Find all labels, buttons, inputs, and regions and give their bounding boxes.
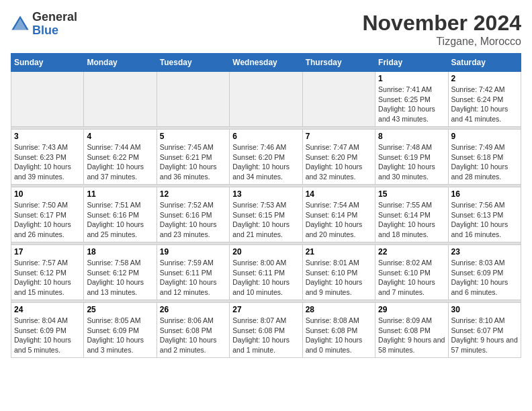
sunset-text: Sunset: 6:14 PM <box>306 210 372 220</box>
sunset-text: Sunset: 6:08 PM <box>306 326 372 336</box>
day-number: 17 <box>14 247 81 257</box>
day-info: Sunrise: 8:02 AMSunset: 6:10 PMDaylight:… <box>378 258 445 298</box>
day-info: Sunrise: 7:49 AMSunset: 6:18 PMDaylight:… <box>451 142 518 182</box>
sunset-text: Sunset: 6:12 PM <box>14 268 81 278</box>
sunset-text: Sunset: 6:17 PM <box>14 210 81 220</box>
month-title: November 2024 <box>362 11 521 36</box>
calendar-cell-5-1: 24Sunrise: 8:04 AMSunset: 6:09 PMDayligh… <box>11 303 84 358</box>
day-number: 26 <box>160 305 226 314</box>
header: General Blue November 2024 Tizgane, Moro… <box>11 11 521 48</box>
day-number: 14 <box>306 189 372 199</box>
header-friday: Friday <box>375 54 448 72</box>
sunset-text: Sunset: 6:08 PM <box>378 326 445 336</box>
daylight-text: Daylight: 10 hours and 23 minutes. <box>160 220 226 239</box>
day-number: 15 <box>378 189 445 199</box>
calendar-cell-4-2: 18Sunrise: 7:58 AMSunset: 6:12 PMDayligh… <box>84 245 157 300</box>
sunset-text: Sunset: 6:24 PM <box>451 95 518 105</box>
daylight-text: Daylight: 10 hours and 7 minutes. <box>378 277 445 297</box>
day-info: Sunrise: 8:06 AMSunset: 6:08 PMDaylight:… <box>160 316 226 355</box>
header-monday: Monday <box>84 54 157 72</box>
calendar-cell-1-1 <box>11 72 84 127</box>
day-number: 18 <box>87 247 153 257</box>
daylight-text: Daylight: 10 hours and 13 minutes. <box>87 277 153 297</box>
day-number: 4 <box>87 132 153 141</box>
calendar-cell-1-3 <box>157 72 229 127</box>
sunset-text: Sunset: 6:13 PM <box>451 210 518 220</box>
sunset-text: Sunset: 6:07 PM <box>451 326 518 336</box>
week-row-4: 17Sunrise: 7:57 AMSunset: 6:12 PMDayligh… <box>11 245 521 300</box>
sunrise-text: Sunrise: 7:56 AM <box>451 200 518 210</box>
sunrise-text: Sunrise: 7:48 AM <box>378 142 445 152</box>
calendar-cell-5-3: 26Sunrise: 8:06 AMSunset: 6:08 PMDayligh… <box>157 303 229 358</box>
day-number: 10 <box>14 189 81 199</box>
day-info: Sunrise: 7:42 AMSunset: 6:24 PMDaylight:… <box>451 85 518 124</box>
day-number: 20 <box>232 247 299 257</box>
week-row-3: 10Sunrise: 7:50 AMSunset: 6:17 PMDayligh… <box>11 187 521 242</box>
calendar-cell-2-2: 4Sunrise: 7:44 AMSunset: 6:22 PMDaylight… <box>84 130 157 185</box>
day-number: 28 <box>306 305 372 314</box>
calendar-cell-5-7: 30Sunrise: 8:10 AMSunset: 6:07 PMDayligh… <box>448 303 521 358</box>
day-info: Sunrise: 7:54 AMSunset: 6:14 PMDaylight:… <box>306 200 372 240</box>
day-number: 21 <box>306 247 372 257</box>
logo[interactable]: General Blue <box>11 11 77 38</box>
sunrise-text: Sunrise: 8:06 AM <box>160 316 226 326</box>
day-number: 8 <box>378 132 445 141</box>
sunset-text: Sunset: 6:22 PM <box>87 152 153 163</box>
sunrise-text: Sunrise: 8:00 AM <box>232 258 299 268</box>
daylight-text: Daylight: 10 hours and 16 minutes. <box>451 220 518 239</box>
sunset-text: Sunset: 6:08 PM <box>160 326 226 336</box>
daylight-text: Daylight: 10 hours and 34 minutes. <box>232 162 299 181</box>
sunrise-text: Sunrise: 8:03 AM <box>451 258 518 268</box>
week-row-5: 24Sunrise: 8:04 AMSunset: 6:09 PMDayligh… <box>11 303 521 358</box>
daylight-text: Daylight: 10 hours and 28 minutes. <box>451 162 518 181</box>
calendar-cell-5-2: 25Sunrise: 8:05 AMSunset: 6:09 PMDayligh… <box>84 303 157 358</box>
day-info: Sunrise: 7:53 AMSunset: 6:15 PMDaylight:… <box>232 200 299 240</box>
day-info: Sunrise: 7:59 AMSunset: 6:11 PMDaylight:… <box>160 258 226 298</box>
day-info: Sunrise: 8:01 AMSunset: 6:10 PMDaylight:… <box>306 258 372 298</box>
header-tuesday: Tuesday <box>157 54 229 72</box>
sunset-text: Sunset: 6:20 PM <box>232 152 299 163</box>
calendar-cell-3-6: 15Sunrise: 7:55 AMSunset: 6:14 PMDayligh… <box>375 187 448 242</box>
daylight-text: Daylight: 10 hours and 0 minutes. <box>306 335 372 355</box>
day-number: 24 <box>14 305 81 314</box>
daylight-text: Daylight: 10 hours and 41 minutes. <box>451 104 518 124</box>
calendar-cell-1-2 <box>84 72 157 127</box>
daylight-text: Daylight: 10 hours and 2 minutes. <box>160 335 226 355</box>
calendar-cell-5-6: 29Sunrise: 8:09 AMSunset: 6:08 PMDayligh… <box>375 303 448 358</box>
logo-icon <box>11 15 30 34</box>
daylight-text: Daylight: 10 hours and 1 minute. <box>232 335 299 355</box>
day-info: Sunrise: 7:41 AMSunset: 6:25 PMDaylight:… <box>378 85 445 124</box>
sunset-text: Sunset: 6:10 PM <box>378 268 445 278</box>
weekday-header-row: Sunday Monday Tuesday Wednesday Thursday… <box>11 54 521 72</box>
sunrise-text: Sunrise: 7:50 AM <box>14 200 81 210</box>
daylight-text: Daylight: 10 hours and 9 minutes. <box>306 277 372 297</box>
sunset-text: Sunset: 6:23 PM <box>14 152 81 163</box>
sunrise-text: Sunrise: 7:42 AM <box>451 85 518 95</box>
day-info: Sunrise: 8:05 AMSunset: 6:09 PMDaylight:… <box>87 316 153 355</box>
calendar-cell-2-4: 6Sunrise: 7:46 AMSunset: 6:20 PMDaylight… <box>230 130 302 185</box>
day-info: Sunrise: 7:56 AMSunset: 6:13 PMDaylight:… <box>451 200 518 240</box>
daylight-text: Daylight: 10 hours and 5 minutes. <box>14 335 81 355</box>
sunrise-text: Sunrise: 8:07 AM <box>232 316 299 326</box>
daylight-text: Daylight: 10 hours and 12 minutes. <box>160 277 226 297</box>
sunrise-text: Sunrise: 7:43 AM <box>14 142 81 152</box>
sunrise-text: Sunrise: 7:45 AM <box>160 142 226 152</box>
calendar-cell-4-3: 19Sunrise: 7:59 AMSunset: 6:11 PMDayligh… <box>157 245 229 300</box>
day-number: 29 <box>378 305 445 314</box>
sunrise-text: Sunrise: 7:53 AM <box>232 200 299 210</box>
daylight-text: Daylight: 10 hours and 6 minutes. <box>451 277 518 297</box>
day-info: Sunrise: 8:08 AMSunset: 6:08 PMDaylight:… <box>306 316 372 355</box>
day-info: Sunrise: 7:43 AMSunset: 6:23 PMDaylight:… <box>14 142 81 182</box>
day-info: Sunrise: 8:10 AMSunset: 6:07 PMDaylight:… <box>451 316 518 355</box>
daylight-text: Daylight: 10 hours and 43 minutes. <box>378 104 445 124</box>
calendar-cell-3-2: 11Sunrise: 7:51 AMSunset: 6:16 PMDayligh… <box>84 187 157 242</box>
daylight-text: Daylight: 10 hours and 25 minutes. <box>87 220 153 239</box>
page-container: General Blue November 2024 Tizgane, Moro… <box>11 11 521 358</box>
daylight-text: Daylight: 10 hours and 10 minutes. <box>232 277 299 297</box>
calendar-cell-2-5: 7Sunrise: 7:47 AMSunset: 6:20 PMDaylight… <box>302 130 375 185</box>
calendar-cell-2-3: 5Sunrise: 7:45 AMSunset: 6:21 PMDaylight… <box>157 130 229 185</box>
day-number: 2 <box>451 74 518 83</box>
sunrise-text: Sunrise: 7:59 AM <box>160 258 226 268</box>
day-info: Sunrise: 8:04 AMSunset: 6:09 PMDaylight:… <box>14 316 81 355</box>
calendar-cell-5-5: 28Sunrise: 8:08 AMSunset: 6:08 PMDayligh… <box>302 303 375 358</box>
